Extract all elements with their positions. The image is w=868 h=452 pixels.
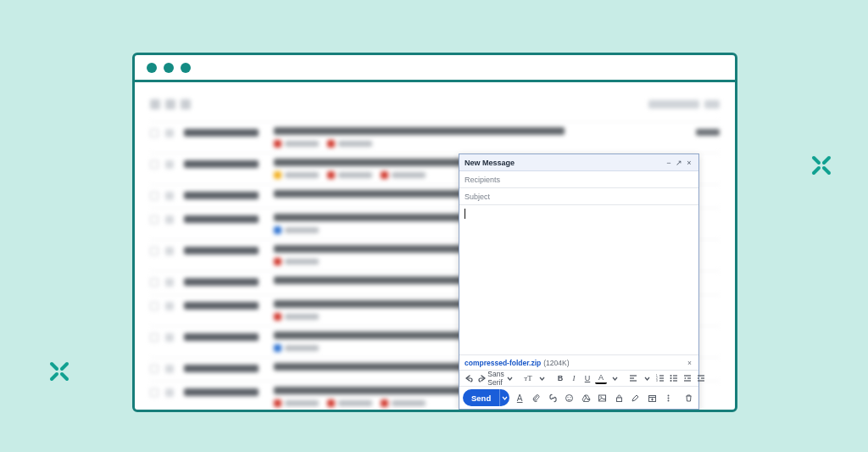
emoji-icon[interactable] [563, 391, 576, 405]
svg-point-32 [570, 396, 571, 397]
chevron-down-icon[interactable] [609, 372, 620, 384]
more-icon[interactable] [662, 391, 676, 405]
svg-line-3 [824, 168, 829, 173]
align-button[interactable] [627, 372, 639, 384]
window-minimize-button[interactable] [164, 63, 174, 73]
subject-field[interactable]: Subject [459, 188, 698, 205]
attachment-size: (1204K) [543, 359, 569, 367]
svg-line-2 [814, 168, 819, 173]
calendar-insert-icon[interactable] [645, 391, 659, 405]
attachment-remove-button[interactable]: × [686, 359, 693, 367]
attachment-chip[interactable]: compressed-folder.zip (1204K) × [459, 354, 698, 370]
send-more-button[interactable] [499, 389, 509, 406]
email-row[interactable] [150, 121, 720, 153]
popout-button[interactable]: ↗ [675, 159, 683, 167]
svg-line-1 [824, 158, 829, 163]
font-family-picker[interactable]: Sans Serif [490, 372, 502, 384]
undo-icon[interactable] [463, 372, 475, 384]
drive-icon[interactable] [579, 391, 593, 405]
compose-window: New Message − ↗ × Recipients Subject com… [459, 153, 699, 410]
chevron-down-icon[interactable] [641, 372, 653, 384]
decoration-star-left [47, 359, 72, 384]
send-button[interactable]: Send [463, 389, 499, 406]
send-toolbar: Send A [459, 387, 698, 409]
italic-button[interactable]: I [568, 372, 580, 384]
browser-window: New Message − ↗ × Recipients Subject com… [132, 53, 737, 412]
close-button[interactable]: × [685, 159, 693, 167]
svg-line-6 [52, 374, 57, 379]
svg-line-5 [62, 364, 67, 369]
window-close-button[interactable] [147, 63, 157, 73]
recipients-field[interactable]: Recipients [459, 171, 698, 188]
svg-text:3: 3 [656, 379, 658, 382]
compose-body[interactable] [459, 205, 698, 354]
svg-line-7 [62, 374, 67, 379]
svg-point-40 [668, 394, 670, 396]
svg-rect-35 [616, 398, 621, 402]
bold-button[interactable]: B [554, 372, 566, 384]
formatting-toolbar: Sans Serif тT B I U A [459, 370, 698, 387]
svg-line-0 [814, 158, 819, 163]
svg-point-22 [670, 380, 672, 382]
browser-titlebar [135, 55, 735, 82]
decoration-star-right [809, 153, 834, 178]
compose-header[interactable]: New Message − ↗ × [459, 154, 698, 171]
chevron-down-icon[interactable] [504, 372, 515, 384]
app-content: New Message − ↗ × Recipients Subject com… [135, 82, 735, 410]
image-icon[interactable] [596, 391, 609, 405]
svg-point-21 [670, 377, 672, 379]
text-cursor [465, 209, 465, 219]
indent-more-icon[interactable] [695, 372, 707, 384]
send-button-group: Send [463, 389, 509, 406]
svg-point-42 [668, 399, 670, 401]
attachment-filename: compressed-folder.zip [465, 359, 541, 367]
svg-point-41 [668, 397, 670, 399]
font-size-icon[interactable]: тT [522, 372, 534, 384]
svg-line-4 [52, 364, 57, 369]
text-color-button[interactable]: A [595, 372, 607, 384]
minimize-button[interactable]: − [665, 159, 673, 167]
lock-icon[interactable] [612, 391, 626, 405]
svg-point-20 [670, 375, 672, 377]
ordered-list-icon[interactable]: 123 [654, 372, 666, 384]
svg-point-34 [600, 396, 602, 398]
compose-title: New Message [465, 159, 663, 167]
redo-icon[interactable] [476, 372, 488, 384]
subject-placeholder: Subject [465, 193, 490, 201]
attach-icon[interactable] [530, 391, 543, 405]
svg-point-30 [566, 394, 573, 401]
recipients-placeholder: Recipients [465, 176, 500, 184]
window-maximize-button[interactable] [181, 63, 191, 73]
link-icon[interactable] [546, 391, 559, 405]
pen-icon[interactable] [629, 391, 643, 405]
underline-button[interactable]: U [581, 372, 593, 384]
bullet-list-icon[interactable] [668, 372, 680, 384]
trash-icon[interactable] [682, 391, 695, 405]
chevron-down-icon[interactable] [536, 372, 548, 384]
format-a-icon[interactable]: A [513, 391, 526, 405]
svg-point-31 [568, 396, 569, 397]
indent-less-icon[interactable] [682, 372, 693, 384]
